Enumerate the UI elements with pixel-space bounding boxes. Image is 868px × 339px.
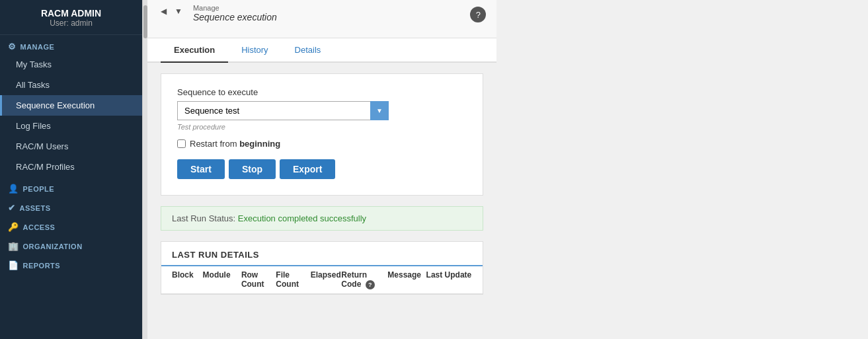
breadcrumb: Manage Sequence execution: [193, 4, 277, 22]
table-header-row: Block Module Row Count File Count Elapse…: [161, 265, 483, 294]
th-filecount: File Count: [276, 270, 310, 289]
breadcrumb-nav: ◀ ▼: [158, 5, 185, 17]
help-button[interactable]: ?: [470, 7, 486, 22]
people-icon: 👤: [8, 184, 19, 194]
dropdown-arrow-icon[interactable]: ▼: [172, 5, 185, 17]
all-tasks-label: All Tasks: [16, 80, 50, 90]
organization-section-label: ORGANIZATION: [23, 243, 83, 250]
stop-button[interactable]: Stop: [229, 159, 276, 179]
th-elapsed-label: Elapsed: [311, 270, 341, 280]
th-returncode-label: Return Code: [341, 270, 367, 289]
sequence-form-panel: Sequence to execute Sequence test ▼ Test…: [161, 73, 483, 196]
start-button[interactable]: Start: [177, 159, 225, 179]
th-rowcount-label: Row Count: [241, 270, 264, 289]
manage-icon: ⚙: [8, 42, 17, 52]
access-section-label: ACCESS: [23, 223, 56, 231]
sequence-select[interactable]: Sequence test: [177, 101, 389, 120]
restart-checkbox[interactable]: [177, 139, 186, 148]
sidebar-item-log-files[interactable]: Log Files: [0, 116, 142, 136]
sidebar-item-my-tasks[interactable]: My Tasks: [0, 54, 142, 75]
my-tasks-label: My Tasks: [16, 59, 52, 69]
sidebar-item-racm-users[interactable]: RAC/M Users: [0, 136, 142, 157]
log-files-label: Log Files: [16, 121, 51, 131]
last-run-section: LAST RUN DETAILS Block Module Row Count …: [161, 241, 483, 295]
sequence-hint: Test procedure: [177, 123, 467, 131]
sidebar-item-all-tasks[interactable]: All Tasks: [0, 75, 142, 95]
user-label: User: admin: [7, 19, 136, 28]
access-icon: 🔑: [8, 222, 19, 232]
status-prefix: Last Run Status:: [172, 213, 235, 223]
return-code-help-icon[interactable]: ?: [366, 280, 375, 289]
tab-history[interactable]: History: [228, 38, 281, 63]
last-run-title: LAST RUN DETAILS: [161, 242, 483, 265]
back-arrow-icon[interactable]: ◀: [158, 5, 169, 17]
th-rowcount: Row Count: [241, 270, 276, 289]
assets-icon: ✔: [8, 203, 16, 213]
status-value: Execution completed successfully: [238, 213, 366, 223]
th-elapsed: Elapsed: [311, 270, 342, 289]
th-block-label: Block: [172, 270, 194, 280]
breadcrumb-page: Sequence execution: [193, 12, 277, 22]
manage-section-header: ⚙ MANAGE: [0, 35, 142, 54]
app-title: RACM ADMIN: [7, 8, 136, 19]
sequence-select-wrapper: Sequence test ▼: [177, 101, 389, 120]
top-bar: ◀ ▼ Manage Sequence execution ?: [147, 0, 496, 38]
th-message-label: Message: [387, 270, 421, 280]
main-content: ◀ ▼ Manage Sequence execution ? Executio…: [147, 0, 496, 339]
sequence-field-label: Sequence to execute: [177, 87, 467, 97]
tab-execution-label: Execution: [174, 45, 215, 55]
th-module-label: Module: [203, 270, 231, 280]
th-lastupdate: Last Update: [426, 270, 473, 289]
th-block: Block: [172, 270, 203, 289]
th-filecount-label: File Count: [276, 270, 299, 289]
assets-section-header: ✔ ASSETS: [0, 196, 142, 215]
access-section-header: 🔑 ACCESS: [0, 215, 142, 235]
sidebar: RACM ADMIN User: admin ⚙ MANAGE My Tasks…: [0, 0, 142, 339]
sequence-execution-label: Sequence Execution: [16, 100, 95, 110]
export-button[interactable]: Export: [280, 159, 335, 179]
tab-details[interactable]: Details: [282, 38, 335, 63]
assets-section-label: ASSETS: [20, 204, 51, 212]
organization-icon: 🏢: [8, 241, 19, 251]
tab-execution[interactable]: Execution: [161, 38, 228, 63]
restart-label[interactable]: Restart from beginning: [190, 139, 280, 149]
tab-details-label: Details: [295, 45, 321, 55]
content-area: Sequence to execute Sequence test ▼ Test…: [147, 63, 496, 339]
reports-section-header: 📄 REPORTS: [0, 254, 142, 273]
tab-history-label: History: [241, 45, 268, 55]
sidebar-item-racm-profiles[interactable]: RAC/M Profiles: [0, 157, 142, 177]
status-section: Last Run Status: Execution completed suc…: [161, 206, 483, 231]
th-module: Module: [203, 270, 241, 289]
reports-icon: 📄: [8, 260, 19, 270]
sidebar-item-sequence-execution[interactable]: Sequence Execution: [0, 95, 142, 116]
racm-profiles-label: RAC/M Profiles: [16, 162, 75, 172]
status-text: Last Run Status: Execution completed suc…: [172, 213, 366, 223]
th-returncode: Return Code ?: [341, 270, 387, 289]
sidebar-header: RACM ADMIN User: admin: [0, 0, 142, 35]
th-message: Message: [387, 270, 426, 289]
people-section-label: PEOPLE: [23, 185, 55, 193]
restart-checkbox-row: Restart from beginning: [177, 139, 467, 149]
action-buttons: Start Stop Export: [177, 159, 467, 179]
people-section-header: 👤 PEOPLE: [0, 177, 142, 196]
breadcrumb-manage: Manage: [193, 4, 277, 12]
th-lastupdate-label: Last Update: [426, 270, 472, 280]
organization-section-header: 🏢 ORGANIZATION: [0, 235, 142, 254]
racm-users-label: RAC/M Users: [16, 141, 68, 151]
tab-bar: Execution History Details: [147, 38, 496, 63]
reports-section-label: REPORTS: [23, 262, 61, 270]
manage-section-label: MANAGE: [20, 43, 55, 51]
